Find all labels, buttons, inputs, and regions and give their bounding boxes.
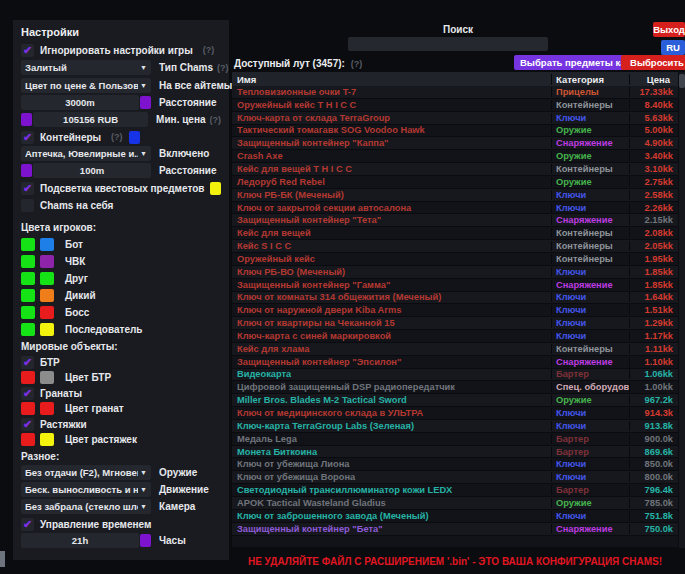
color-swatch[interactable]	[40, 323, 54, 336]
color-swatch[interactable]	[21, 433, 35, 446]
table-scrollbar[interactable]	[679, 72, 685, 548]
item-price: 2.05kk	[629, 241, 678, 251]
table-row[interactable]: Тепловизионные очки T-7Прицелы17.33kk	[232, 86, 678, 99]
weapon-dropdown[interactable]: Без отдачи (F2), Мгновенное п ▼	[21, 465, 151, 480]
containers-distance-color-swatch[interactable]	[21, 164, 32, 177]
chams-self-checkbox[interactable]	[21, 199, 34, 212]
containers-distance-label: Расстояние	[159, 165, 217, 176]
table-row[interactable]: Защищенный контейнер "Каппа"Снаряжение4.…	[232, 137, 678, 150]
table-row[interactable]: Ключ РБ-ВО (Меченый)Ключи1.85kk	[232, 266, 678, 279]
hours-color-swatch[interactable]	[140, 534, 151, 547]
table-row[interactable]	[232, 536, 678, 548]
color-swatch[interactable]	[40, 371, 54, 384]
world-object-checkbox[interactable]	[21, 356, 34, 369]
column-header-category[interactable]: Категория	[551, 74, 629, 85]
color-swatch[interactable]	[21, 371, 35, 384]
table-row[interactable]: Ключ РБ-БК (Меченый)Ключи2.58kk	[232, 189, 678, 202]
table-row[interactable]: Защищенный контейнер "Эпсилон"Снаряжение…	[232, 356, 678, 369]
color-swatch[interactable]	[21, 306, 35, 319]
table-row[interactable]: Защищенный контейнер "Бета"Снаряжение750…	[232, 523, 678, 536]
table-row[interactable]: Кейс для хламаКонтейнеры1.11kk	[232, 343, 678, 356]
table-row[interactable]: Ключ от квартиры на Чеканной 15Ключи1.29…	[232, 317, 678, 330]
item-category: Прицелы	[551, 87, 629, 97]
table-row[interactable]: Ключ от убежища ЛионаКлючи850.0k	[232, 458, 678, 471]
quest-highlight-checkbox[interactable]	[21, 182, 34, 195]
table-row[interactable]: Ключ от комнаты 314 общежития (Меченый)К…	[232, 292, 678, 305]
table-row[interactable]: ВидеокартаБартер1.06kk	[232, 369, 678, 382]
min-price-color-swatch[interactable]	[21, 113, 32, 126]
color-swatch[interactable]	[21, 289, 35, 302]
table-row[interactable]: Монета БиткоинаБартер869.6k	[232, 446, 678, 459]
world-object-color-row: Цвет гранат	[21, 402, 221, 415]
player-colors-list: БотЧВКДругДикийБоссПоследователь	[21, 234, 221, 336]
table-row[interactable]: Ключ от заброшенного завода (Меченый)Клю…	[232, 510, 678, 523]
quest-highlight-color-swatch[interactable]	[210, 182, 221, 195]
time-control-label: Управление временем	[40, 519, 151, 530]
color-swatch[interactable]	[40, 255, 54, 268]
ignore-game-settings-checkbox[interactable]	[21, 44, 34, 57]
table-row[interactable]: Цифровой защищенный DSP радиопередатчикС…	[232, 381, 678, 394]
color-swatch[interactable]	[40, 272, 54, 285]
containers-color-swatch[interactable]	[129, 131, 140, 144]
camera-dropdown[interactable]: Без забрала (стекло шлема) ▼	[21, 499, 151, 514]
color-swatch[interactable]	[40, 289, 54, 302]
drop-all-button[interactable]: Выбросить все	[621, 55, 685, 70]
table-row[interactable]: Ключ от наружной двери Kiba ArmsКлючи1.5…	[232, 304, 678, 317]
exit-button[interactable]: Выход	[653, 22, 685, 37]
column-header-price[interactable]: Цена	[629, 74, 678, 85]
color-swatch[interactable]	[40, 433, 54, 446]
world-object-checkbox[interactable]	[21, 418, 34, 431]
distance-input[interactable]: 3000m	[21, 95, 139, 110]
table-row[interactable]: Ледоруб Red RebelОружие2.75kk	[232, 176, 678, 189]
chams-type-dropdown[interactable]: Залитый ▼	[21, 60, 151, 75]
color-swatch[interactable]	[21, 255, 35, 268]
search-input[interactable]	[348, 37, 548, 51]
table-row[interactable]: Тактический томагавк SOG Voodoo HawkОруж…	[232, 125, 678, 138]
item-price: 1.10kk	[629, 357, 678, 367]
time-control-checkbox[interactable]	[21, 518, 34, 531]
world-object-checkbox[interactable]	[21, 387, 34, 400]
containers-filter-dropdown[interactable]: Аптечка, Ювелирные и... ▼	[21, 146, 151, 161]
min-price-input[interactable]: 105156 RUB	[33, 112, 148, 127]
table-row[interactable]: Кейс S I C CКонтейнеры2.05kk	[232, 240, 678, 253]
table-row[interactable]: Miller Bros. Blades M-2 Tactical SwordОр…	[232, 394, 678, 407]
all-items-dropdown[interactable]: Цвет по цене & Пользователь ▼	[21, 78, 151, 93]
table-row[interactable]: APOK Tactical Wasteland GladiusОружие785…	[232, 497, 678, 510]
item-name: Тепловизионные очки T-7	[232, 87, 551, 97]
color-swatch[interactable]	[40, 238, 54, 251]
column-header-name[interactable]: Имя	[232, 74, 551, 85]
containers-checkbox[interactable]	[21, 131, 34, 144]
item-price: 2.08kk	[629, 228, 678, 238]
table-row[interactable]: Ключ от медицинского склада в УЛЬТРАКлюч…	[232, 407, 678, 420]
color-swatch[interactable]	[21, 272, 35, 285]
color-swatch[interactable]	[21, 402, 35, 415]
table-row[interactable]: Оружейный кейсКонтейнеры1.95kk	[232, 253, 678, 266]
table-row[interactable]: Ключ-карта TerraGroup Labs (Зеленая)Ключ…	[232, 420, 678, 433]
table-row[interactable]: Ключ-карта от склада TerraGroupКлючи5.63…	[232, 112, 678, 125]
color-swatch[interactable]	[21, 323, 35, 336]
containers-distance-input[interactable]: 100m	[33, 163, 151, 178]
table-row[interactable]: Оружейный кейс T H I C CКонтейнеры8.40kk	[232, 99, 678, 112]
item-name: Медаль Lega	[232, 434, 551, 444]
table-row[interactable]: Кейс для вещей T H I C CКонтейнеры3.10kk	[232, 163, 678, 176]
hours-input[interactable]: 21h	[21, 533, 139, 548]
table-row[interactable]: Кейс для вещейКонтейнеры2.08kk	[232, 227, 678, 240]
distance-color-swatch[interactable]	[140, 96, 151, 109]
table-row[interactable]: Защищенный контейнер "Тета"Снаряжение2.1…	[232, 214, 678, 227]
table-row[interactable]: Crash AxeОружие3.40kk	[232, 150, 678, 163]
table-row[interactable]: Защищенный контейнер "Гамма"Снаряжение1.…	[232, 279, 678, 292]
table-row[interactable]: Светодиодный трансиллюминатор кожи LEDXБ…	[232, 484, 678, 497]
item-price: 751.8k	[629, 511, 678, 521]
color-swatch[interactable]	[21, 238, 35, 251]
table-row[interactable]: Ключ от закрытой секции автосалонаКлючи2…	[232, 202, 678, 215]
player-color-row: Друг	[21, 272, 221, 285]
color-swatch[interactable]	[40, 306, 54, 319]
table-row[interactable]: Ключ-карта с синей маркировкойКлючи1.17k…	[232, 330, 678, 343]
scrollbar-thumb[interactable]	[679, 74, 685, 88]
color-swatch[interactable]	[40, 402, 54, 415]
language-button[interactable]: RU	[661, 40, 685, 55]
movement-dropdown[interactable]: Беск. выносливость и нет уста ▼	[21, 482, 151, 497]
table-row[interactable]: Ключ от убежища ВоронаКлючи800.0k	[232, 471, 678, 484]
left-scrollbar-thumb[interactable]	[0, 551, 5, 567]
table-row[interactable]: Медаль LegaБартер900.0k	[232, 433, 678, 446]
